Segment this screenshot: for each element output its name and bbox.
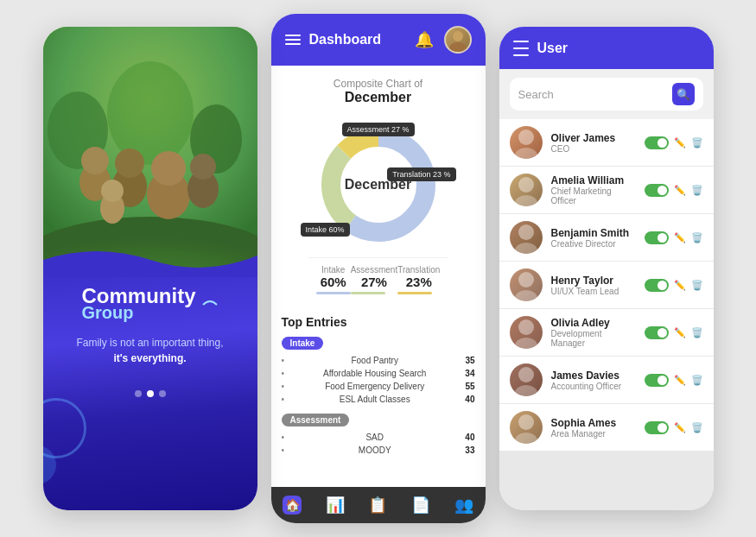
footer-doc[interactable]: 📄 — [411, 496, 430, 515]
entry-name: ESL Adult Classes — [340, 395, 410, 404]
user-item: Sophia Ames Area Manager ✏️ 🗑️ — [499, 404, 714, 451]
dashboard-header: Dashboard 🔔 — [271, 14, 486, 66]
user-item-role: Accounting Officer — [551, 382, 636, 391]
user-item-info: James Davies Accounting Officer — [551, 370, 636, 391]
home-icon[interactable]: 🏠 — [283, 496, 302, 515]
footer-calendar[interactable]: 📋 — [368, 496, 387, 515]
user-item-actions: ✏️ 🗑️ — [645, 231, 703, 244]
intake-list: Food Pantry35Affordable Housing Search34… — [282, 354, 475, 406]
entry-name: SAD — [365, 433, 384, 442]
svg-rect-16 — [43, 27, 257, 268]
stat-intake-value: 60% — [316, 275, 351, 289]
entry-name: Food Pantry — [351, 356, 397, 365]
user-toggle[interactable] — [645, 374, 669, 387]
footer-home[interactable]: 🏠 — [283, 496, 302, 515]
delete-icon[interactable]: 🗑️ — [691, 137, 703, 148]
assessment-list: SAD40MOODY33 — [282, 431, 475, 457]
search-bar[interactable]: Search 🔍 — [510, 78, 703, 111]
edit-icon[interactable]: ✏️ — [674, 422, 686, 433]
svg-point-18 — [449, 42, 467, 52]
edit-icon[interactable]: ✏️ — [674, 375, 686, 386]
user-item-name: Sophia Ames — [551, 417, 636, 429]
svg-point-23 — [518, 130, 534, 145]
donut-chart: December Assessment 27 % Translation 23 … — [309, 116, 448, 254]
svg-point-25 — [518, 177, 534, 193]
user-toggle[interactable] — [645, 326, 669, 339]
stat-assessment-bar — [351, 292, 385, 294]
entry-name: Affordable Housing Search — [323, 369, 426, 378]
svg-point-24 — [515, 148, 537, 159]
svg-point-28 — [515, 243, 537, 254]
stat-translation-label: Translation — [397, 265, 440, 275]
footer-chart[interactable]: 📊 — [326, 496, 345, 515]
svg-point-31 — [518, 319, 534, 335]
user-item-avatar — [510, 363, 543, 396]
user-item-info: Sophia Ames Area Manager — [551, 417, 636, 439]
stats-row: Intake 60% Assessment 27% Translation 23… — [308, 257, 449, 301]
svg-point-35 — [518, 414, 534, 430]
user-toggle[interactable] — [645, 279, 669, 292]
stat-translation-value: 23% — [397, 275, 440, 289]
entry-value: 33 — [465, 445, 474, 455]
dot-3[interactable] — [159, 390, 166, 397]
stat-translation-bar — [397, 292, 432, 294]
header-right: 🔔 — [415, 26, 472, 54]
delete-icon[interactable]: 🗑️ — [691, 232, 703, 243]
user-item-role: Creative Director — [551, 239, 636, 249]
svg-point-33 — [518, 367, 534, 382]
user-toggle[interactable] — [645, 184, 669, 197]
delete-icon[interactable]: 🗑️ — [691, 327, 703, 338]
intake-entry: Affordable Housing Search34 — [282, 367, 475, 380]
user-menu-icon[interactable] — [513, 39, 529, 57]
edit-icon[interactable]: ✏️ — [674, 185, 686, 196]
user-toggle[interactable] — [645, 231, 669, 244]
user-item: Olivia Adley Development Manager ✏️ 🗑️ — [499, 309, 714, 356]
delete-icon[interactable]: 🗑️ — [691, 280, 703, 291]
delete-icon[interactable]: 🗑️ — [691, 375, 703, 386]
user-item-actions: ✏️ 🗑️ — [645, 374, 703, 387]
entry-value: 40 — [465, 395, 474, 404]
entry-value: 40 — [465, 433, 474, 442]
dot-1[interactable] — [135, 390, 142, 397]
user-item-info: Oliver James CEO — [551, 132, 636, 154]
delete-icon[interactable]: 🗑️ — [691, 422, 703, 433]
user-avatar[interactable] — [444, 26, 472, 54]
stat-translation: Translation 23% — [397, 265, 440, 294]
carousel-dots[interactable] — [135, 390, 166, 397]
delete-icon[interactable]: 🗑️ — [691, 185, 703, 196]
user-item-role: Development Manager — [551, 329, 636, 348]
edit-icon[interactable]: ✏️ — [674, 327, 686, 338]
user-list: Oliver James CEO ✏️ 🗑️ Amelia William Ch… — [499, 119, 714, 510]
svg-point-27 — [518, 224, 534, 240]
user-item: Amelia William Chief Marketing Officer ✏… — [499, 167, 714, 213]
user-toggle[interactable] — [645, 136, 669, 149]
edit-icon[interactable]: ✏️ — [674, 232, 686, 243]
entry-value: 34 — [465, 369, 474, 378]
user-item-info: Amelia William Chief Marketing Officer — [551, 174, 636, 205]
entry-name: Food Emergency Delivery — [325, 382, 424, 391]
user-toggle[interactable] — [645, 421, 669, 434]
user-item: Henry Taylor UI/UX Team Lead ✏️ 🗑️ — [499, 262, 714, 308]
menu-icon[interactable] — [285, 35, 301, 45]
svg-point-29 — [518, 272, 534, 287]
footer-people[interactable]: 👥 — [454, 496, 473, 515]
user-item-info: Benjamin Smith Creative Director — [551, 227, 636, 249]
svg-point-36 — [515, 433, 537, 444]
assessment-badge: Assessment 27 % — [341, 123, 414, 136]
user-item-avatar — [510, 221, 543, 254]
chart-subtitle: December — [345, 90, 411, 105]
edit-icon[interactable]: ✏️ — [674, 280, 686, 291]
stat-intake-label: Intake — [316, 265, 351, 275]
svg-point-32 — [515, 338, 537, 349]
edit-icon[interactable]: ✏️ — [674, 137, 686, 148]
wave-decoration — [43, 243, 257, 277]
notification-icon[interactable]: 🔔 — [415, 30, 434, 49]
dashboard-content: Composite Chart of December — [271, 66, 486, 487]
search-placeholder: Search — [518, 88, 667, 101]
dot-2[interactable] — [147, 390, 154, 397]
user-item: James Davies Accounting Officer ✏️ 🗑️ — [499, 357, 714, 403]
user-item-role: CEO — [551, 144, 636, 154]
user-item-role: UI/UX Team Lead — [551, 287, 636, 296]
search-button[interactable]: 🔍 — [672, 83, 695, 105]
entry-value: 35 — [465, 356, 474, 365]
